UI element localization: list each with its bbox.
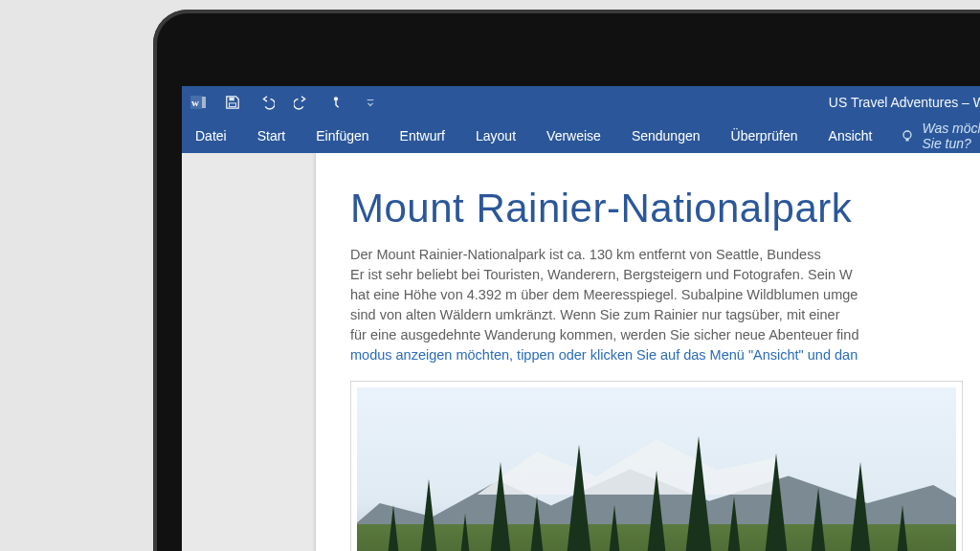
- document-surface: Mount Rainier-Nationalpark Der Mount Rai…: [182, 153, 980, 551]
- tab-start[interactable]: Start: [242, 119, 301, 153]
- tab-ueberpruefen[interactable]: Überprüfen: [716, 119, 813, 153]
- tab-verweise[interactable]: Verweise: [531, 119, 616, 153]
- body-line: sind von alten Wäldern umkränzt. Wenn Si…: [350, 305, 980, 325]
- device-screen: w: [182, 86, 980, 551]
- tab-layout[interactable]: Layout: [460, 119, 531, 153]
- word-icon: w: [189, 94, 207, 111]
- svg-point-6: [903, 131, 911, 139]
- touch-mode-icon[interactable]: [327, 94, 345, 111]
- undo-icon[interactable]: [258, 94, 276, 111]
- svg-rect-7: [906, 139, 909, 142]
- lightbulb-icon: [901, 129, 914, 143]
- save-icon[interactable]: [224, 94, 241, 111]
- svg-rect-3: [229, 98, 234, 101]
- tell-me-placeholder: Was möchten Sie tun?: [922, 121, 980, 151]
- redo-icon[interactable]: [293, 94, 310, 111]
- body-link-line[interactable]: modus anzeigen möchten, tippen oder klic…: [350, 345, 980, 365]
- svg-text:w: w: [191, 97, 199, 108]
- tell-me-search[interactable]: Was möchten Sie tun?: [887, 119, 980, 153]
- svg-point-5: [334, 97, 338, 100]
- tab-ansicht[interactable]: Ansicht: [813, 119, 888, 153]
- window-title: US Travel Adventures – Word: [829, 95, 980, 110]
- svg-rect-4: [229, 103, 235, 107]
- tab-datei[interactable]: Datei: [182, 119, 242, 153]
- document-image: [357, 387, 956, 551]
- titlebar: w: [182, 86, 980, 119]
- document-image-frame[interactable]: [350, 381, 963, 551]
- document-page[interactable]: Mount Rainier-Nationalpark Der Mount Rai…: [316, 153, 980, 551]
- body-line: Der Mount Rainier-Nationalpark ist ca. 1…: [350, 245, 980, 265]
- document-body[interactable]: Der Mount Rainier-Nationalpark ist ca. 1…: [350, 245, 980, 365]
- tab-sendungen[interactable]: Sendungen: [616, 119, 716, 153]
- body-line: Er ist sehr beliebt bei Touristen, Wande…: [350, 265, 980, 285]
- tab-entwurf[interactable]: Entwurf: [385, 119, 460, 153]
- ribbon-tabs: Datei Start Einfügen Entwurf Layout Verw…: [182, 119, 980, 153]
- body-line: für eine ausgedehnte Wanderung kommen, w…: [350, 325, 980, 345]
- svg-rect-2: [202, 97, 206, 108]
- quick-access-toolbar: w: [189, 94, 379, 111]
- background: w: [0, 0, 980, 551]
- document-title[interactable]: Mount Rainier-Nationalpark: [350, 186, 980, 231]
- tab-einfuegen[interactable]: Einfügen: [301, 119, 384, 153]
- customize-qat-icon[interactable]: [362, 94, 379, 111]
- body-line: hat eine Höhe von 4.392 m über dem Meere…: [350, 285, 980, 305]
- device-frame: w: [153, 10, 980, 551]
